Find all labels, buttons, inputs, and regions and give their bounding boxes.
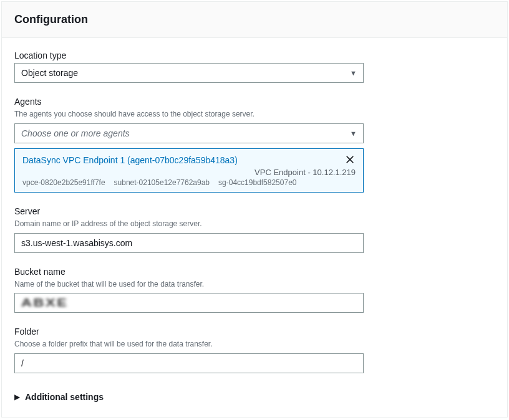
additional-settings-label: Additional settings (25, 392, 104, 402)
agents-select[interactable]: Choose one or more agents ▼ (14, 123, 364, 143)
caret-right-icon: ▶ (14, 393, 20, 401)
panel-body: Location type Object storage ▼ Agents Th… (2, 38, 507, 417)
folder-group: Folder Choose a folder prefix that will … (14, 327, 495, 373)
location-type-label: Location type (14, 50, 495, 60)
agent-sg: sg-04cc19bdf582507e0 (218, 178, 296, 187)
agents-label: Agents (14, 97, 495, 107)
server-group: Server Domain name or IP address of the … (14, 206, 495, 253)
bucket-input[interactable]: ABXE (14, 293, 364, 313)
agent-vpce: vpce-0820e2b25e91ff7fe (22, 178, 105, 187)
agent-chip-subtitle: VPC Endpoint - 10.12.1.219 (22, 168, 356, 177)
configuration-panel: Configuration Location type Object stora… (1, 1, 508, 418)
chevron-down-icon: ▼ (350, 130, 357, 137)
server-hint: Domain name or IP address of the object … (14, 219, 495, 229)
folder-label: Folder (14, 327, 495, 336)
agent-chip-meta: vpce-0820e2b25e91ff7fe subnet-02105e12e7… (22, 178, 356, 187)
agents-group: Agents The agents you choose should have… (14, 97, 495, 193)
agent-chip-title: DataSync VPC Endpoint 1 (agent-07b0c29fa… (22, 155, 356, 165)
location-type-select[interactable]: Object storage ▼ (14, 63, 364, 83)
agents-hint: The agents you choose should have access… (14, 109, 495, 120)
folder-input[interactable] (14, 353, 364, 373)
additional-settings-toggle[interactable]: ▶ Additional settings (14, 387, 495, 402)
bucket-hint: Name of the bucket that will be used for… (14, 279, 495, 290)
agent-subnet: subnet-02105e12e7762a9ab (114, 178, 210, 187)
agent-selected-chip: DataSync VPC Endpoint 1 (agent-07b0c29fa… (14, 148, 364, 193)
close-icon (346, 155, 354, 164)
folder-hint: Choose a folder prefix that will be used… (14, 339, 495, 350)
chevron-down-icon: ▼ (350, 69, 357, 77)
bucket-label: Bucket name (14, 267, 495, 277)
bucket-group: Bucket name Name of the bucket that will… (14, 267, 495, 313)
panel-title: Configuration (14, 13, 495, 26)
remove-agent-button[interactable] (346, 155, 357, 166)
agents-placeholder: Choose one or more agents (21, 128, 130, 138)
panel-header: Configuration (2, 2, 507, 38)
location-type-value: Object storage (21, 68, 78, 78)
server-input[interactable] (14, 233, 364, 253)
server-label: Server (14, 206, 495, 216)
bucket-value-obscured: ABXE (21, 297, 68, 310)
location-type-group: Location type Object storage ▼ (14, 50, 495, 83)
